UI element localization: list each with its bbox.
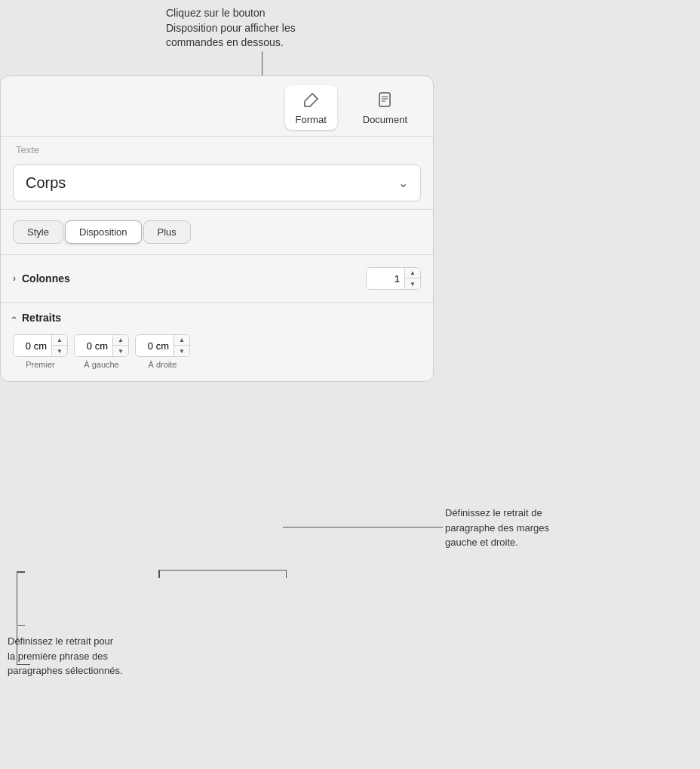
callout-top-line2: Disposition pour afficher les bbox=[166, 22, 296, 34]
callout-top: Cliquez sur le bouton Disposition pour a… bbox=[166, 0, 422, 51]
document-label: Document bbox=[363, 114, 407, 125]
callout-bottom-line1: Définissez le retrait pour bbox=[8, 635, 113, 647]
colonnes-input[interactable] bbox=[367, 270, 404, 288]
retraits-header: ‹ Retraits bbox=[13, 306, 421, 331]
document-button[interactable]: Document bbox=[352, 85, 418, 130]
premier-input[interactable] bbox=[14, 337, 51, 355]
callout-bottom-line2: la première phrase des bbox=[8, 651, 108, 662]
colonnes-stepper-down[interactable]: ▼ bbox=[405, 278, 420, 289]
gauche-stepper-arrows: ▲ ▼ bbox=[112, 335, 128, 356]
callout-bottom-line3: paragraphes sélectionnés. bbox=[8, 665, 123, 676]
retraits-inputs: ▲ ▼ Premier ▲ ▼ À gauche bbox=[13, 334, 421, 369]
colonnes-title: › Colonnes bbox=[13, 272, 70, 285]
premier-stepper-arrows: ▲ ▼ bbox=[51, 335, 67, 356]
divider-2 bbox=[1, 254, 433, 255]
callout-line-right bbox=[283, 527, 443, 528]
droite-stepper-down[interactable]: ▼ bbox=[174, 346, 189, 356]
callout-bottom: Définissez le retrait pour la première p… bbox=[8, 634, 234, 678]
gauche-group: ▲ ▼ À gauche bbox=[74, 334, 129, 369]
callout-right-line3: gauche et droite. bbox=[445, 537, 518, 548]
droite-stepper-up[interactable]: ▲ bbox=[174, 335, 189, 346]
droite-group: ▲ ▼ À droite bbox=[135, 334, 190, 369]
droite-input[interactable] bbox=[136, 337, 173, 355]
premier-label: Premier bbox=[26, 360, 55, 369]
retraits-chevron-icon: ‹ bbox=[9, 316, 20, 319]
corps-text: Corps bbox=[26, 174, 66, 192]
colonnes-stepper-arrows: ▲ ▼ bbox=[404, 268, 420, 289]
colonnes-stepper[interactable]: ▲ ▼ bbox=[366, 267, 421, 290]
corps-chevron-icon: ⌄ bbox=[398, 176, 408, 190]
retraits-label: Retraits bbox=[22, 312, 61, 324]
colonnes-stepper-up[interactable]: ▲ bbox=[405, 268, 420, 278]
bracket-gauche-droite bbox=[158, 570, 287, 571]
colonnes-label: Colonnes bbox=[22, 272, 70, 285]
premier-stepper[interactable]: ▲ ▼ bbox=[13, 334, 68, 357]
divider-1 bbox=[1, 209, 433, 210]
callout-top-line3: commandes en dessous. bbox=[166, 36, 284, 48]
format-button[interactable]: Format bbox=[285, 85, 337, 130]
premier-group: ▲ ▼ Premier bbox=[13, 334, 68, 369]
gauche-stepper-down[interactable]: ▼ bbox=[113, 346, 128, 356]
callout-right: Définissez le retrait de paragraphe des … bbox=[445, 506, 679, 550]
page-container: Cliquez sur le bouton Disposition pour a… bbox=[0, 0, 700, 769]
tabs-row: Style Disposition Plus bbox=[1, 213, 433, 251]
droite-label: À droite bbox=[149, 360, 177, 369]
corps-dropdown[interactable]: Corps ⌄ bbox=[13, 165, 421, 201]
gauche-input[interactable] bbox=[75, 337, 112, 355]
document-icon bbox=[374, 90, 395, 111]
sidebar-panel: Format Document Texte Corps ⌄ bbox=[0, 75, 434, 382]
droite-stepper-arrows: ▲ ▼ bbox=[173, 335, 189, 356]
gauche-stepper[interactable]: ▲ ▼ bbox=[74, 334, 129, 357]
tab-style[interactable]: Style bbox=[13, 220, 63, 244]
bracket-premier bbox=[17, 571, 18, 626]
droite-stepper[interactable]: ▲ ▼ bbox=[135, 334, 190, 357]
svg-rect-0 bbox=[379, 93, 390, 106]
gauche-label: À gauche bbox=[84, 360, 118, 369]
premier-stepper-up[interactable]: ▲ bbox=[52, 335, 67, 346]
callout-right-line2: paragraphe des marges bbox=[445, 522, 549, 534]
retraits-section: ‹ Retraits ▲ ▼ Premier bbox=[1, 306, 433, 381]
callout-right-line1: Définissez le retrait de bbox=[445, 507, 542, 518]
toolbar: Format Document bbox=[1, 76, 433, 137]
colonnes-chevron-icon: › bbox=[13, 273, 16, 284]
format-icon bbox=[300, 90, 321, 111]
tab-plus[interactable]: Plus bbox=[143, 220, 191, 244]
colonnes-row: › Colonnes ▲ ▼ bbox=[1, 258, 433, 299]
divider-3 bbox=[1, 302, 433, 303]
format-label: Format bbox=[296, 114, 327, 125]
callout-top-line1: Cliquez sur le bouton bbox=[166, 7, 266, 19]
premier-stepper-down[interactable]: ▼ bbox=[52, 346, 67, 356]
gauche-stepper-up[interactable]: ▲ bbox=[113, 335, 128, 346]
tab-disposition[interactable]: Disposition bbox=[65, 220, 142, 244]
texte-section-label: Texte bbox=[1, 137, 433, 160]
